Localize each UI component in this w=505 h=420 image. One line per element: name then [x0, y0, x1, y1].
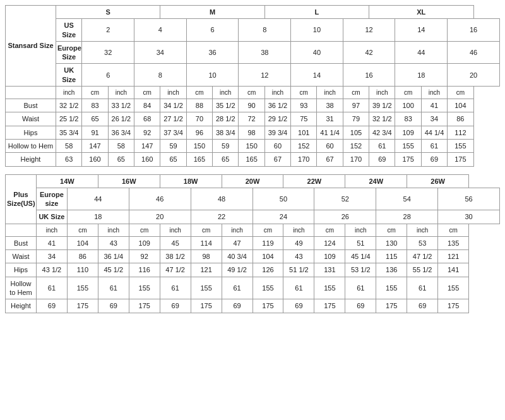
plus-size-table: Plus Size(US)14W16W18W20W22W24W26WEurope…	[5, 174, 500, 313]
standard-size-table: Stansard SizeSMLXLUS Size246810121416Eur…	[5, 5, 500, 167]
